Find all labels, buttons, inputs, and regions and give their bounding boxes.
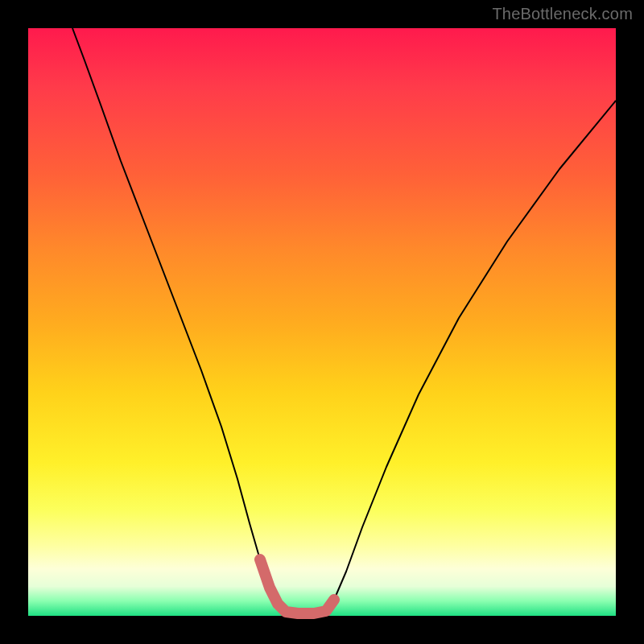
curve-svg xyxy=(28,28,616,616)
watermark-text: TheBottleneck.com xyxy=(492,5,633,23)
plot-area xyxy=(28,28,616,616)
chart-frame: TheBottleneck.com xyxy=(0,0,644,644)
bottleneck-curve xyxy=(72,28,616,613)
bottleneck-highlight xyxy=(260,559,334,613)
